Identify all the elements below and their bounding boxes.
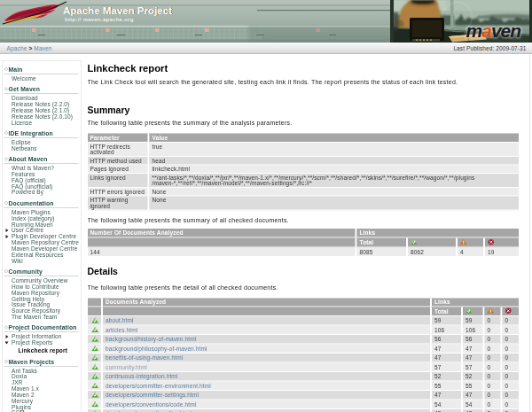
svg-text:Apache Maven Project: Apache Maven Project [63, 5, 172, 16]
svg-text:http:// maven.apache.org: http:// maven.apache.org [65, 17, 134, 22]
svg-text:maven: maven [466, 20, 521, 41]
